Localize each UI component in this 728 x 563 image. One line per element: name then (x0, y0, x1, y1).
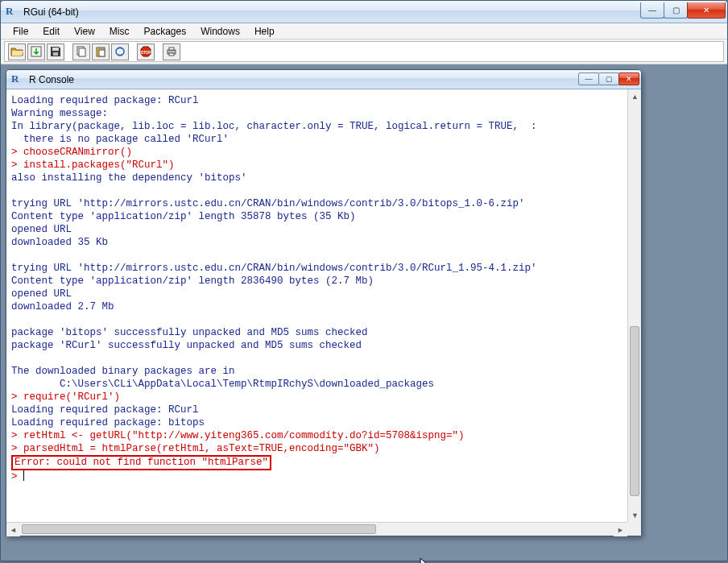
copy-paste-button[interactable] (111, 43, 129, 60)
console-line: Loading required package: RCurl (11, 95, 199, 106)
scroll-thumb[interactable] (22, 524, 376, 534)
console-line: > chooseCRANmirror() (11, 147, 132, 158)
maximize-icon: ▢ (672, 6, 680, 14)
scroll-left-arrow-icon[interactable]: ◄ (6, 523, 20, 536)
console-line: trying URL 'http://mirrors.ustc.edu.cn/C… (11, 198, 525, 209)
scroll-track[interactable] (628, 103, 641, 508)
console-line: downloaded 35 Kb (11, 237, 108, 248)
console-title: R Console (29, 74, 579, 85)
console-line: > parsedHtml = htmlParse(retHtml, asText… (11, 443, 380, 454)
svg-rect-13 (169, 53, 174, 56)
scrollbar-corner (627, 522, 641, 536)
console-line: Warning message: (11, 108, 108, 119)
scroll-right-arrow-icon[interactable]: ► (614, 523, 627, 536)
console-line: package 'RCurl' successfully unpacked an… (11, 340, 362, 351)
console-line: > require('RCurl') (11, 391, 120, 403)
console-line: Loading required package: RCurl (11, 404, 199, 416)
console-close-button[interactable]: ✕ (618, 72, 639, 85)
svg-text:STOP: STOP (141, 51, 152, 55)
titlebar[interactable]: R RGui (64-bit) — ▢ ✕ (1, 1, 727, 23)
console-line: > retHtml <- getURL("http://www.yiteng36… (11, 430, 465, 441)
svg-rect-7 (99, 50, 105, 56)
r-app-icon: R (6, 6, 19, 19)
console-line: package 'bitops' successfully unpacked a… (11, 327, 368, 338)
console-line: opened URL (11, 288, 72, 300)
close-icon: ✕ (626, 75, 632, 83)
console-text-area[interactable]: Loading required package: RCurl Warning … (6, 89, 627, 522)
vertical-scrollbar[interactable]: ▲ ▼ (627, 89, 641, 522)
mouse-cursor-icon (420, 557, 431, 563)
menu-packages[interactable]: Packages (137, 24, 194, 39)
toolbar-container: STOP (1, 39, 727, 64)
open-folder-icon (10, 45, 23, 58)
console-line: > install.packages("RCurl") (11, 159, 175, 171)
console-window-buttons: — ▢ ✕ (579, 72, 639, 85)
console-window: R R Console — ▢ ✕ Loading required packa… (6, 69, 642, 536)
console-line: The downloaded binary packages are in (11, 366, 235, 377)
menu-misc[interactable]: Misc (102, 24, 137, 39)
window-title: RGui (64-bit) (23, 6, 641, 18)
console-titlebar[interactable]: R R Console — ▢ ✕ (6, 70, 641, 89)
load-icon (30, 45, 43, 58)
console-line: also installing the dependency 'bitops' (11, 172, 247, 184)
console-minimize-button[interactable]: — (578, 72, 599, 85)
save-button[interactable] (47, 43, 64, 60)
maximize-button[interactable]: ▢ (664, 2, 688, 19)
scroll-down-arrow-icon[interactable]: ▼ (628, 508, 641, 522)
scroll-thumb[interactable] (630, 326, 639, 496)
r-console-icon: R (11, 73, 24, 86)
minimize-icon: — (585, 75, 593, 83)
paste-icon (94, 45, 107, 58)
copy-icon (75, 45, 88, 58)
stop-button[interactable]: STOP (137, 43, 155, 60)
scroll-up-arrow-icon[interactable]: ▲ (628, 89, 641, 103)
mdi-area: R R Console — ▢ ✕ Loading required packa… (1, 64, 727, 561)
stop-icon: STOP (139, 45, 152, 58)
menu-view[interactable]: View (67, 24, 102, 39)
copy-paste-icon (114, 45, 126, 58)
load-workspace-button[interactable] (27, 43, 45, 60)
menu-file[interactable]: File (6, 24, 35, 39)
minimize-button[interactable]: — (640, 2, 664, 19)
error-highlight-box: Error: could not find function "htmlPars… (11, 455, 271, 470)
save-floppy-icon (49, 45, 62, 58)
paste-button[interactable] (92, 43, 110, 60)
window-buttons: — ▢ ✕ (641, 2, 726, 19)
console-line: opened URL (11, 224, 72, 235)
copy-button[interactable] (72, 43, 90, 60)
menu-help[interactable]: Help (247, 24, 282, 39)
svg-rect-6 (98, 47, 103, 49)
close-icon: ✕ (703, 6, 709, 14)
toolbar: STOP (4, 41, 724, 62)
svg-rect-4 (79, 48, 85, 56)
console-line: Content type 'application/zip' length 28… (11, 275, 374, 287)
app-window: R RGui (64-bit) — ▢ ✕ File Edit View Mis… (0, 0, 728, 561)
console-line: In library(package, lib.loc = lib.loc, c… (11, 121, 537, 132)
close-button[interactable]: ✕ (687, 2, 726, 19)
svg-point-8 (116, 48, 124, 56)
horizontal-scrollbar[interactable]: ◄ ► (6, 522, 627, 536)
scroll-track[interactable] (20, 523, 614, 536)
svg-rect-12 (169, 48, 174, 50)
menu-edit[interactable]: Edit (35, 24, 67, 39)
open-button[interactable] (8, 43, 26, 60)
prompt: > (11, 471, 23, 482)
svg-rect-1 (52, 48, 59, 51)
menu-windows[interactable]: Windows (193, 24, 247, 39)
console-line: there is no package called 'RCurl' (11, 134, 229, 145)
console-body: Loading required package: RCurl Warning … (6, 89, 641, 522)
print-icon (165, 45, 178, 58)
console-line: C:\Users\CLi\AppData\Local\Temp\RtmpIRch… (11, 379, 434, 390)
console-maximize-button[interactable]: ▢ (598, 72, 619, 85)
text-caret (23, 470, 24, 481)
console-line: trying URL 'http://mirrors.ustc.edu.cn/C… (11, 263, 537, 274)
maximize-icon: ▢ (606, 75, 613, 83)
console-line: downloaded 2.7 Mb (11, 301, 114, 313)
menubar: File Edit View Misc Packages Windows Hel… (1, 23, 727, 39)
svg-rect-2 (53, 52, 58, 56)
print-button[interactable] (163, 43, 180, 60)
minimize-icon: — (648, 6, 656, 14)
console-line: Loading required package: bitops (11, 417, 205, 428)
console-line: Content type 'application/zip' length 35… (11, 211, 356, 222)
